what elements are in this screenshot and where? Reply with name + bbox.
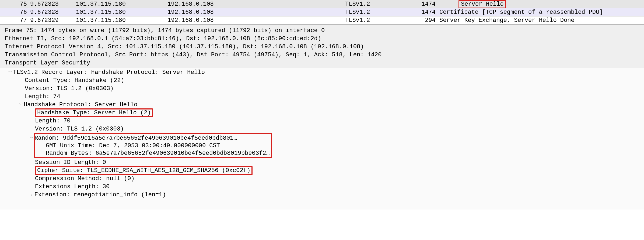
chevron-down-icon[interactable]: ﹀ <box>29 136 34 140</box>
detail-frame[interactable]: Frame 75: 1474 bytes on wire (11792 bits… <box>0 26 644 35</box>
col-length: 294 <box>404 17 439 24</box>
packet-row[interactable]: 77 9.672329 101.37.115.180 192.168.0.108… <box>0 16 644 24</box>
extensions-length[interactable]: Extensions Length: 30 <box>0 183 644 191</box>
col-source: 101.37.115.180 <box>65 17 165 24</box>
chevron-down-icon[interactable]: ﹀ <box>8 70 13 75</box>
handshake-protocol[interactable]: ﹀ Handshake Protocol: Server Hello <box>0 101 644 109</box>
col-length: 1474 <box>404 1 439 8</box>
col-time: 9.672323 <box>27 1 65 8</box>
tls-record-layer[interactable]: ﹀ TLSv1.2 Record Layer: Handshake Protoc… <box>0 68 644 76</box>
col-source: 101.37.115.180 <box>65 1 165 8</box>
col-protocol: TLSv1.2 <box>345 9 404 16</box>
random[interactable]: ﹀ Random: 9ddf59e16a5e7a7be65652fe490639… <box>36 134 270 142</box>
col-destination: 192.168.0.108 <box>165 9 345 16</box>
col-time: 9.672328 <box>27 9 65 16</box>
cipher-suite[interactable]: Cipher Suite: TLS_ECDHE_RSA_WITH_AES_128… <box>0 166 644 174</box>
packet-list[interactable]: 75 9.672323 101.37.115.180 192.168.0.108… <box>0 0 644 25</box>
chevron-down-icon[interactable]: ﹀ <box>18 102 24 107</box>
col-destination: 192.168.0.108 <box>165 1 345 8</box>
random-bytes[interactable]: Random Bytes: 6a5e7a7be65652fe490639010b… <box>36 149 270 157</box>
detail-tcp[interactable]: Transmission Control Protocol, Src Port:… <box>0 51 644 59</box>
detail-tls[interactable]: Transport Layer Security <box>0 59 644 67</box>
handshake-version[interactable]: Version: TLS 1.2 (0x0303) <box>0 125 644 133</box>
chevron-right-icon[interactable]: › <box>29 193 34 197</box>
col-info: Server Key Exchange, Server Hello Done <box>439 17 644 24</box>
extension-renegotiation[interactable]: › Extension: renegotiation_info (len=1) <box>0 191 644 199</box>
col-protocol: TLSv1.2 <box>345 1 404 8</box>
col-protocol: TLSv1.2 <box>345 17 404 24</box>
handshake-type[interactable]: Handshake Type: Server Hello (2) <box>0 109 644 117</box>
packet-row[interactable]: 75 9.672323 101.37.115.180 192.168.0.108… <box>0 0 644 8</box>
col-time: 9.672329 <box>27 17 65 24</box>
col-length: 1474 <box>404 9 439 16</box>
col-no: 75 <box>16 1 27 8</box>
compression-method[interactable]: Compression Method: null (0) <box>0 174 644 183</box>
detail-ethernet[interactable]: Ethernet II, Src: 192.168.0.1 (54:a7:03:… <box>0 35 644 43</box>
packet-row[interactable]: 76 9.672328 101.37.115.180 192.168.0.108… <box>0 8 644 16</box>
col-no: 77 <box>16 17 27 24</box>
packet-details-tree[interactable]: ﹀ TLSv1.2 Record Layer: Handshake Protoc… <box>0 68 644 210</box>
col-info: Certificate [TCP segment of a reassemble… <box>439 9 644 16</box>
detail-ip[interactable]: Internet Protocol Version 4, Src: 101.37… <box>0 43 644 51</box>
highlight-box: Handshake Type: Server Hello (2) <box>35 108 153 117</box>
col-no: 76 <box>16 9 27 16</box>
session-id-length[interactable]: Session ID Length: 0 <box>0 158 644 166</box>
packet-details-summary[interactable]: Frame 75: 1474 bytes on wire (11792 bits… <box>0 25 644 68</box>
highlight-box: Cipher Suite: TLS_ECDHE_RSA_WITH_AES_128… <box>35 166 253 175</box>
col-destination: 192.168.0.108 <box>165 17 345 24</box>
handshake-length[interactable]: Length: 70 <box>0 117 644 125</box>
gmt-unix-time[interactable]: GMT Unix Time: Dec 7, 2053 03:00:49.0000… <box>36 142 270 149</box>
tls-content-type[interactable]: Content Type: Handshake (22) <box>0 76 644 84</box>
highlight-box-random: ﹀ Random: 9ddf59e16a5e7a7be65652fe490639… <box>34 133 272 158</box>
tls-version[interactable]: Version: TLS 1.2 (0x0303) <box>0 84 644 92</box>
col-source: 101.37.115.180 <box>65 9 165 16</box>
info-highlight: Server Hello <box>458 0 506 8</box>
tls-length[interactable]: Length: 74 <box>0 92 644 101</box>
